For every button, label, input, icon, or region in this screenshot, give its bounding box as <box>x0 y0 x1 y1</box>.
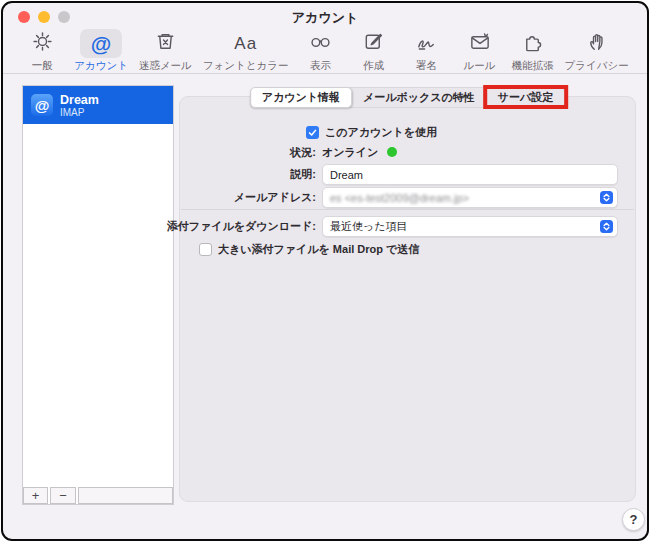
account-tabs: アカウント情報 メールボックスの特性 サーバ設定 <box>250 87 566 108</box>
toolbar-label: フォントとカラー <box>203 59 289 73</box>
toolbar-item-rules[interactable]: ルール <box>459 29 501 73</box>
section-divider <box>181 209 634 210</box>
use-account-checkbox[interactable] <box>306 126 319 139</box>
maildrop-checkbox[interactable] <box>199 243 212 256</box>
add-account-button[interactable]: + <box>23 487 48 504</box>
attachments-select[interactable]: 最近使った項目 <box>322 216 618 237</box>
toolbar-label: 機能拡張 <box>512 59 554 73</box>
toolbar-item-accounts[interactable]: @ アカウント <box>74 29 128 73</box>
attachments-row: 添付ファイルをダウンロード: 最近使った項目 <box>180 216 635 237</box>
account-list-item[interactable]: @ Dream IMAP <box>23 86 173 124</box>
sidebar-button-bar: + − <box>23 487 173 504</box>
tab-server-settings[interactable]: サーバ設定 <box>487 88 565 107</box>
puzzle-icon <box>521 30 545 57</box>
toolbar-item-junk[interactable]: 迷惑メール <box>139 29 192 73</box>
attachments-label: 添付ファイルをダウンロード: <box>180 219 316 234</box>
preferences-window: アカウント 一般 @ アカウント 迷惑メール Aa フォントとカラー <box>1 1 649 541</box>
popup-stepper-icon <box>600 191 613 204</box>
sidebar-bar-filler <box>78 487 173 504</box>
at-icon: @ <box>91 33 111 54</box>
email-label: メールアドレス: <box>180 190 316 205</box>
maildrop-label: 大きい添付ファイルを Mail Drop で送信 <box>218 242 419 257</box>
trash-x-icon <box>154 30 177 57</box>
toolbar-label: ルール <box>464 59 496 73</box>
status-label: 状況: <box>180 145 316 160</box>
description-value: Dream <box>330 169 613 181</box>
maildrop-row: 大きい添付ファイルを Mail Drop で送信 <box>180 241 635 257</box>
account-at-icon: @ <box>31 94 53 116</box>
popup-stepper-icon <box>600 220 613 233</box>
signature-icon <box>415 30 439 57</box>
remove-account-button[interactable]: − <box>50 487 76 504</box>
toolbar-label: 一般 <box>32 59 53 73</box>
toolbar-label: プライバシー <box>565 59 629 73</box>
toolbar-item-extensions[interactable]: 機能拡張 <box>512 29 554 73</box>
email-address-select[interactable]: es <es-test2009@dream.jp> <box>322 187 618 208</box>
tab-mailbox-behaviors[interactable]: メールボックスの特性 <box>352 88 486 107</box>
window-title: アカウント <box>3 9 647 27</box>
online-status-icon <box>387 147 397 157</box>
account-name: Dream <box>60 93 99 107</box>
account-type: IMAP <box>60 107 99 118</box>
email-value-redacted: es <es-test2009@dream.jp> <box>330 192 600 204</box>
use-account-label: このアカウントを使用 <box>325 125 437 140</box>
description-label: 説明: <box>180 167 316 182</box>
description-row: 説明: Dream <box>180 164 635 185</box>
email-row: メールアドレス: es <es-test2009@dream.jp> <box>180 187 635 208</box>
help-button[interactable]: ? <box>622 508 645 531</box>
description-input[interactable]: Dream <box>322 164 618 185</box>
glasses-icon <box>308 30 333 57</box>
tab-server-settings-label: サーバ設定 <box>498 90 554 105</box>
status-value: オンライン <box>322 145 378 160</box>
preferences-toolbar: 一般 @ アカウント 迷惑メール Aa フォントとカラー 表示 作成 <box>3 29 647 74</box>
use-account-row: このアカウントを使用 <box>180 124 635 140</box>
compose-icon <box>362 30 385 57</box>
toolbar-item-privacy[interactable]: プライバシー <box>565 29 629 73</box>
attachments-value: 最近使った項目 <box>330 219 600 234</box>
Aa-icon: Aa <box>234 35 257 52</box>
toolbar-item-composing[interactable]: 作成 <box>353 29 395 73</box>
checkmark-icon <box>307 127 318 138</box>
account-settings-panel: アカウント情報 メールボックスの特性 サーバ設定 このアカウントを使用 状況: … <box>179 96 636 502</box>
tab-account-info[interactable]: アカウント情報 <box>250 87 352 108</box>
status-row: 状況: オンライン <box>180 144 635 160</box>
toolbar-label: 表示 <box>310 59 331 73</box>
toolbar-item-signatures[interactable]: 署名 <box>406 29 448 73</box>
gear-icon <box>31 30 54 57</box>
toolbar-label: 作成 <box>363 59 384 73</box>
toolbar-item-general[interactable]: 一般 <box>21 29 63 73</box>
hand-icon <box>586 30 608 57</box>
accounts-sidebar: @ Dream IMAP + − <box>22 85 174 505</box>
toolbar-item-fonts[interactable]: Aa フォントとカラー <box>203 29 289 73</box>
toolbar-label: 迷惑メール <box>139 59 192 73</box>
title-bar: アカウント <box>3 3 647 29</box>
toolbar-label: 署名 <box>416 59 437 73</box>
toolbar-label: アカウント <box>74 59 128 73</box>
envelope-icon <box>468 30 492 57</box>
toolbar-item-viewing[interactable]: 表示 <box>300 29 342 73</box>
